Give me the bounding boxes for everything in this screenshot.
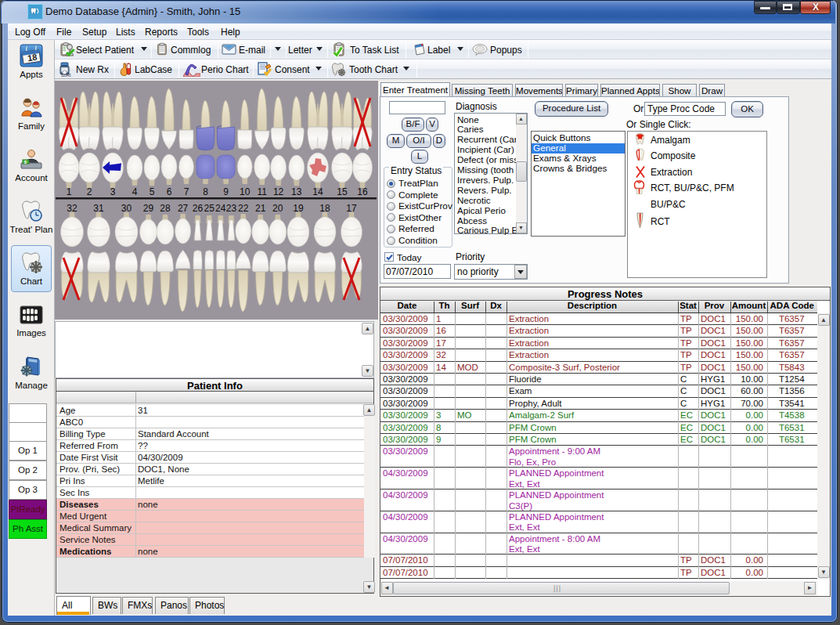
svg-text:5: 5	[150, 186, 155, 197]
svg-text:29: 29	[143, 203, 154, 214]
svg-text:16: 16	[357, 186, 368, 197]
svg-text:14: 14	[312, 186, 323, 197]
svg-text:10: 10	[240, 186, 251, 197]
svg-text:25: 25	[204, 203, 215, 214]
svg-text:$: $	[24, 160, 27, 164]
svg-text:18: 18	[319, 203, 330, 214]
svg-text:26: 26	[193, 203, 204, 214]
svg-text:28: 28	[160, 203, 171, 214]
svg-text:31: 31	[93, 203, 104, 214]
svg-text:21: 21	[255, 203, 266, 214]
svg-text:19: 19	[293, 203, 304, 214]
svg-text:23: 23	[226, 203, 237, 214]
svg-text:18: 18	[27, 52, 38, 63]
svg-text:24: 24	[215, 203, 226, 214]
svg-text:4: 4	[132, 186, 138, 197]
svg-text:15: 15	[337, 186, 348, 197]
svg-text:9: 9	[223, 186, 229, 197]
svg-text:7: 7	[184, 186, 189, 197]
svg-text:1: 1	[67, 186, 72, 197]
svg-text:11: 11	[257, 186, 267, 197]
svg-text:8: 8	[203, 186, 208, 197]
svg-text:2: 2	[87, 186, 92, 197]
svg-text:12: 12	[273, 186, 284, 197]
svg-text:20: 20	[272, 203, 283, 214]
svg-text:22: 22	[238, 203, 249, 214]
svg-text:30: 30	[121, 203, 132, 214]
svg-text:13: 13	[291, 186, 302, 197]
svg-text:17: 17	[346, 203, 357, 214]
svg-text:27: 27	[178, 203, 189, 214]
svg-text:32: 32	[67, 203, 78, 214]
svg-text:3: 3	[110, 186, 116, 197]
svg-text:6: 6	[167, 186, 172, 197]
svg-text:12345: 12345	[61, 74, 71, 78]
